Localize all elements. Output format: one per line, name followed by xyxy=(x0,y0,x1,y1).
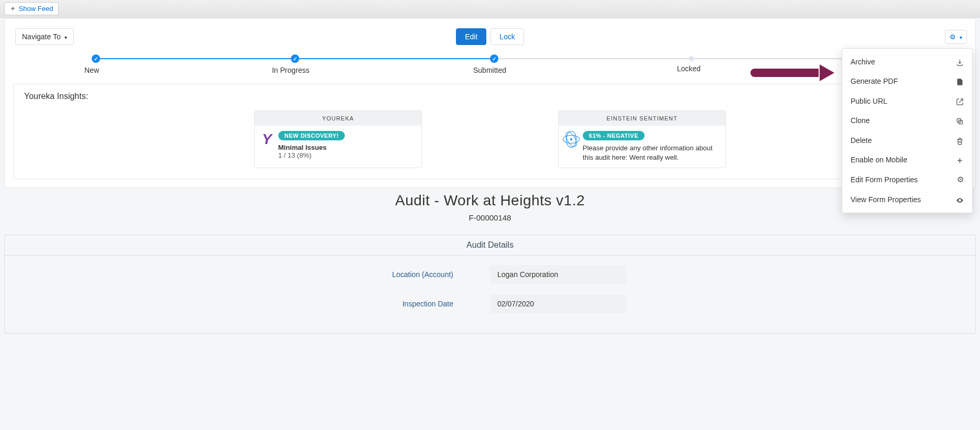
menu-delete[interactable]: Delete xyxy=(842,130,972,150)
feed-icon: ✦ xyxy=(10,5,16,13)
show-feed-label: Show Feed xyxy=(19,5,53,13)
check-icon: ✓ xyxy=(490,54,498,63)
path-step-submitted[interactable]: ✓ Submitted xyxy=(490,54,491,74)
arrow-annotation xyxy=(750,65,834,80)
download-icon xyxy=(956,57,964,67)
path-step-in-progress[interactable]: ✓ In Progress xyxy=(291,54,291,74)
form-id: F-00000148 xyxy=(0,213,980,222)
path-step-locked[interactable]: Locked xyxy=(689,54,689,74)
settings-dropdown: Archive Generate PDF Public URL Clone De… xyxy=(842,48,973,213)
menu-public-url[interactable]: Public URL xyxy=(842,91,972,111)
menu-view-form-properties[interactable]: View Form Properties xyxy=(842,190,972,210)
einstein-insight: EINSTEIN SENTIMENT 61% - NEGATIVE Please… xyxy=(558,111,726,168)
inspection-date-value[interactable]: 02/07/2020 xyxy=(490,294,626,313)
show-feed-button[interactable]: ✦ Show Feed xyxy=(4,2,59,15)
eye-icon xyxy=(956,195,964,204)
file-icon xyxy=(956,77,964,86)
menu-enable-mobile[interactable]: Enable on Mobile xyxy=(842,150,972,170)
navigate-to-label: Navigate To xyxy=(22,32,61,41)
path-step-new[interactable]: ✓ New xyxy=(92,54,92,74)
location-value[interactable]: Logan Corporation xyxy=(490,265,626,284)
trash-icon xyxy=(956,136,964,145)
caret-down-icon: ▾ xyxy=(64,35,67,40)
edit-button[interactable]: Edit xyxy=(456,28,486,45)
menu-generate-pdf[interactable]: Generate PDF xyxy=(842,72,972,92)
menu-archive[interactable]: Archive xyxy=(842,52,972,72)
gear-icon: ⚙ xyxy=(957,175,964,184)
share-icon xyxy=(956,96,964,106)
audit-details-section: Audit Details Location (Account) Logan C… xyxy=(4,235,976,334)
lock-button[interactable]: Lock xyxy=(491,28,524,45)
youreka-insight: YOUREKA Y NEW DISCOVERY! Minimal Issues … xyxy=(254,111,422,168)
check-icon: ✓ xyxy=(291,54,299,63)
sentiment-badge: 61% - NEGATIVE xyxy=(583,131,645,140)
navigate-to-button[interactable]: Navigate To ▾ xyxy=(15,28,74,45)
menu-clone[interactable]: Clone xyxy=(842,111,972,131)
menu-edit-form-properties[interactable]: Edit Form Properties ⚙ xyxy=(842,170,972,190)
audit-details-header: Audit Details xyxy=(5,235,975,256)
form-row-location: Location (Account) Logan Corporation xyxy=(5,265,975,284)
form-row-inspection-date: Inspection Date 02/07/2020 xyxy=(5,294,975,313)
gear-icon: ⚙ xyxy=(950,33,956,41)
copy-icon xyxy=(956,116,964,126)
caret-down-icon: ▾ xyxy=(960,35,962,40)
insights-title: Youreka Insights: xyxy=(24,92,956,101)
page-title: Audit - Work at Heights v1.2 xyxy=(0,192,980,209)
settings-gear-button[interactable]: ⚙ ▾ xyxy=(945,30,967,44)
plus-icon xyxy=(956,156,964,165)
check-icon: ✓ xyxy=(92,54,100,63)
youreka-logo-icon: Y xyxy=(262,131,272,148)
insights-card: Youreka Insights: YOUREKA Y NEW DISCOVER… xyxy=(13,84,967,179)
einstein-logo-icon xyxy=(566,131,576,148)
discovery-badge: NEW DISCOVERY! xyxy=(278,131,345,140)
